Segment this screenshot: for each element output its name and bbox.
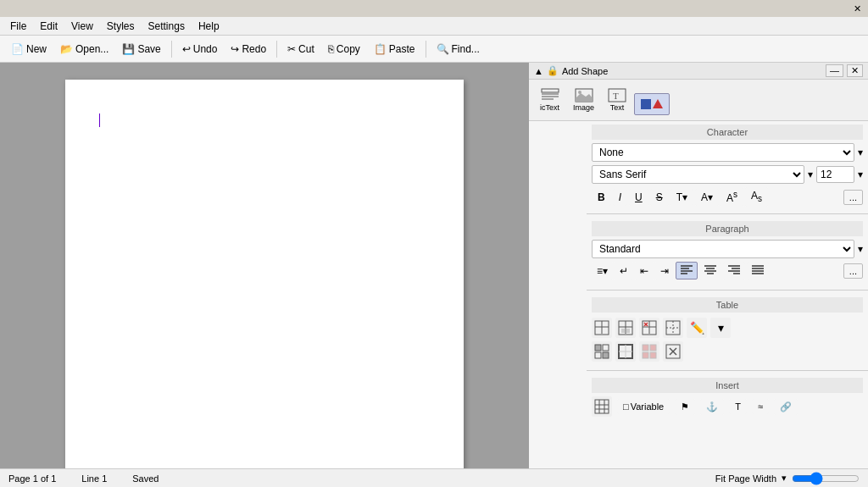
insert-table-button[interactable] (592, 396, 612, 417)
table-insert-row-below[interactable] (615, 318, 636, 338)
table-border-icon-3 (642, 344, 657, 359)
graphic-text-btn[interactable]: icText (534, 85, 565, 115)
table-icon-3 (642, 320, 657, 335)
panel-close-icon[interactable]: ✕ (847, 64, 863, 77)
subscript-button[interactable]: As (745, 187, 768, 206)
properties-panel: Character None ▾ Sans Serif ▾ ▾ B (529, 121, 868, 468)
page-indicator: Page 1 of 1 (8, 473, 56, 484)
close-button[interactable]: ✕ (850, 3, 865, 14)
table-border-outer[interactable] (615, 341, 636, 362)
document-canvas[interactable] (0, 63, 529, 468)
flag-button[interactable]: ⚑ (675, 399, 695, 415)
copy-button[interactable]: ⎘ Copy (322, 40, 366, 58)
table-border-all[interactable] (592, 341, 612, 362)
font-select[interactable]: Sans Serif (592, 165, 804, 184)
character-title: Character (592, 125, 863, 140)
indent-right[interactable]: ⇥ (655, 263, 674, 279)
flag-icon: ⚑ (681, 401, 689, 412)
panel-collapse-icon[interactable]: ▲ (534, 66, 543, 76)
status-bar: Page 1 of 1 Line 1 Saved Fit Page Width … (0, 468, 868, 487)
find-button[interactable]: 🔍 Find... (431, 40, 486, 58)
zoom-slider[interactable] (792, 472, 860, 485)
image-btn[interactable]: Image (567, 85, 600, 115)
cut-button[interactable]: ✂ Cut (281, 40, 320, 58)
text-cursor (99, 113, 100, 127)
save-button[interactable]: 💾 Save (116, 40, 166, 58)
strikethrough-button[interactable]: S (650, 189, 669, 206)
menu-styles[interactable]: Styles (100, 19, 142, 34)
table-border-inner[interactable] (639, 341, 659, 362)
menu-settings[interactable]: Settings (142, 19, 192, 34)
align-justify[interactable] (747, 262, 769, 279)
table-border-icon-2 (618, 344, 633, 359)
svg-rect-51 (643, 352, 648, 358)
new-button[interactable]: 📄 New (5, 40, 53, 58)
copy-icon: ⎘ (328, 43, 334, 55)
paragraph-more-button[interactable]: ... (843, 263, 863, 279)
main-toolbar: 📄 New 📂 Open... 💾 Save ↩ Undo ↪ Redo ✂ C… (0, 36, 868, 63)
table-delete-row[interactable] (639, 318, 659, 338)
image-icon (575, 88, 593, 103)
svg-point-6 (578, 91, 581, 94)
text-frame-button[interactable]: T (729, 399, 747, 414)
find-icon: 🔍 (437, 43, 449, 55)
menu-edit[interactable]: Edit (33, 19, 64, 34)
wave-button[interactable]: ≈ (752, 399, 769, 414)
paste-button[interactable]: 📋 Paste (368, 40, 421, 58)
superscript-dropdown[interactable]: T▾ (670, 189, 693, 206)
redo-icon: ↪ (231, 43, 239, 55)
italic-button[interactable]: I (613, 189, 627, 206)
svg-rect-43 (603, 345, 609, 351)
table-split[interactable] (663, 341, 683, 362)
link-button[interactable]: 🔗 (774, 399, 798, 415)
paste-icon: 📋 (374, 43, 387, 55)
open-button[interactable]: 📂 Open... (54, 40, 114, 58)
anchor-button[interactable]: ⚓ (700, 399, 724, 415)
character-style-dropdown-icon[interactable]: ▾ (858, 147, 863, 158)
paragraph-style-select[interactable]: Standard (592, 240, 854, 258)
align-right[interactable] (723, 262, 745, 279)
paragraph-dropdown-icon[interactable]: ▾ (858, 243, 863, 255)
character-more-button[interactable]: ... (843, 190, 863, 205)
new-icon: 📄 (11, 43, 24, 55)
menu-view[interactable]: View (64, 19, 100, 34)
menu-file[interactable]: File (3, 19, 33, 34)
right-panel: ▲ 🔒 Add Shape — ✕ icText (529, 63, 868, 468)
bold-button[interactable]: B (592, 189, 611, 206)
font-size-dropdown-icon[interactable]: ▾ (858, 169, 863, 180)
underline-button[interactable]: U (629, 189, 648, 206)
table-merge[interactable] (663, 318, 683, 338)
font-dropdown-icon[interactable]: ▾ (808, 169, 813, 180)
align-center[interactable] (699, 262, 721, 279)
redo-button[interactable]: ↪ Redo (225, 40, 272, 58)
svg-rect-33 (621, 329, 630, 333)
text-btn[interactable]: T Text (602, 85, 632, 115)
panel-lock-icon[interactable]: 🔒 (547, 65, 559, 76)
align-left[interactable] (676, 262, 698, 279)
document-page[interactable] (65, 80, 464, 468)
svg-rect-9 (641, 99, 651, 109)
menu-help[interactable]: Help (192, 19, 226, 34)
align-right-icon (728, 264, 740, 274)
indent-decrease[interactable]: ↵ (615, 263, 633, 279)
table-icon-2 (618, 320, 633, 335)
save-status: Saved (132, 473, 159, 484)
color-dropdown[interactable]: A▾ (695, 189, 719, 206)
undo-button[interactable]: ↩ Undo (176, 40, 224, 58)
table-dropdown[interactable]: ▾ (710, 318, 731, 338)
panel-minimize-icon[interactable]: — (826, 64, 843, 77)
superscript-button[interactable]: As (721, 187, 743, 207)
variable-icon: □ (623, 401, 629, 412)
table-insert-row-above[interactable] (592, 318, 612, 338)
list-dropdown[interactable]: ≡▾ (592, 263, 613, 279)
link-icon: 🔗 (780, 401, 792, 412)
shape-combo-btn[interactable] (634, 93, 670, 115)
toolbar-separator (171, 41, 172, 58)
table-pen[interactable]: ✏️ (687, 318, 707, 338)
indent-left[interactable]: ⇤ (635, 263, 654, 279)
variable-button[interactable]: □ Variable (617, 399, 670, 414)
font-size-input[interactable] (816, 166, 854, 183)
character-style-select[interactable]: None (592, 143, 854, 162)
zoom-dropdown-icon[interactable]: ▾ (782, 473, 787, 484)
svg-marker-5 (576, 93, 593, 102)
